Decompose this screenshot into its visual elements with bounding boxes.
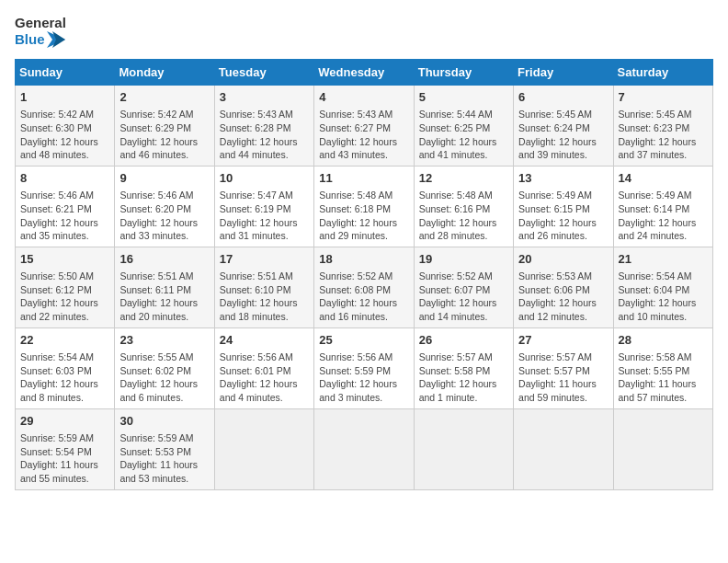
day-number: 29 (20, 413, 109, 430)
day-detail: Sunrise: 5:48 AM Sunset: 6:16 PM Dayligh… (419, 189, 508, 243)
weekday-header-wednesday: Wednesday (314, 60, 414, 86)
day-detail: Sunrise: 5:56 AM Sunset: 6:01 PM Dayligh… (220, 350, 309, 405)
calendar-row: 29Sunrise: 5:59 AM Sunset: 5:54 PM Dayli… (16, 408, 713, 489)
day-detail: Sunrise: 5:45 AM Sunset: 6:24 PM Dayligh… (518, 108, 608, 162)
calendar-cell: 9Sunrise: 5:46 AM Sunset: 6:20 PM Daylig… (115, 166, 214, 247)
calendar-row: 22Sunrise: 5:54 AM Sunset: 6:03 PM Dayli… (16, 327, 713, 408)
day-detail: Sunrise: 5:42 AM Sunset: 6:29 PM Dayligh… (119, 108, 209, 162)
day-number: 3 (220, 89, 309, 106)
day-detail: Sunrise: 5:49 AM Sunset: 6:15 PM Dayligh… (518, 189, 608, 243)
day-detail: Sunrise: 5:45 AM Sunset: 6:23 PM Dayligh… (619, 108, 708, 162)
day-number: 23 (119, 332, 209, 349)
logo: General Blue (15, 15, 66, 48)
calendar-cell: 13Sunrise: 5:49 AM Sunset: 6:15 PM Dayli… (514, 166, 613, 247)
day-number: 9 (119, 170, 209, 187)
day-number: 21 (619, 251, 708, 268)
calendar-cell (613, 408, 712, 489)
day-number: 18 (319, 251, 408, 268)
day-detail: Sunrise: 5:49 AM Sunset: 6:14 PM Dayligh… (619, 189, 708, 243)
day-number: 6 (518, 89, 608, 106)
day-detail: Sunrise: 5:56 AM Sunset: 5:59 PM Dayligh… (319, 350, 408, 405)
day-number: 16 (119, 251, 209, 268)
calendar-cell (214, 408, 313, 489)
calendar-table: SundayMondayTuesdayWednesdayThursdayFrid… (15, 59, 713, 490)
day-number: 28 (619, 332, 708, 349)
day-number: 12 (419, 170, 508, 187)
day-detail: Sunrise: 5:50 AM Sunset: 6:12 PM Dayligh… (20, 270, 109, 324)
day-detail: Sunrise: 5:57 AM Sunset: 5:58 PM Dayligh… (419, 350, 508, 405)
calendar-cell: 2Sunrise: 5:42 AM Sunset: 6:29 PM Daylig… (115, 86, 214, 167)
day-number: 7 (619, 89, 708, 106)
day-number: 17 (220, 251, 309, 268)
calendar-cell: 30Sunrise: 5:59 AM Sunset: 5:53 PM Dayli… (115, 408, 214, 489)
calendar-cell: 24Sunrise: 5:56 AM Sunset: 6:01 PM Dayli… (214, 327, 313, 408)
calendar-cell: 26Sunrise: 5:57 AM Sunset: 5:58 PM Dayli… (414, 327, 513, 408)
day-number: 10 (220, 170, 309, 187)
calendar-cell: 22Sunrise: 5:54 AM Sunset: 6:03 PM Dayli… (16, 327, 115, 408)
day-number: 26 (419, 332, 508, 349)
logo-text: General Blue (15, 15, 66, 48)
calendar-cell: 23Sunrise: 5:55 AM Sunset: 6:02 PM Dayli… (115, 327, 214, 408)
day-number: 14 (619, 170, 708, 187)
calendar-cell: 12Sunrise: 5:48 AM Sunset: 6:16 PM Dayli… (414, 166, 513, 247)
day-detail: Sunrise: 5:57 AM Sunset: 5:57 PM Dayligh… (518, 350, 608, 405)
day-detail: Sunrise: 5:53 AM Sunset: 6:06 PM Dayligh… (518, 270, 608, 324)
weekday-header-sunday: Sunday (16, 60, 115, 86)
calendar-cell: 18Sunrise: 5:52 AM Sunset: 6:08 PM Dayli… (314, 247, 414, 327)
calendar-cell: 11Sunrise: 5:48 AM Sunset: 6:18 PM Dayli… (314, 166, 414, 247)
weekday-header-saturday: Saturday (613, 60, 712, 86)
calendar-cell: 5Sunrise: 5:44 AM Sunset: 6:25 PM Daylig… (414, 86, 513, 167)
day-detail: Sunrise: 5:42 AM Sunset: 6:30 PM Dayligh… (20, 108, 109, 162)
day-number: 4 (319, 89, 408, 106)
calendar-cell: 14Sunrise: 5:49 AM Sunset: 6:14 PM Dayli… (613, 166, 712, 247)
weekday-header-friday: Friday (514, 60, 613, 86)
day-detail: Sunrise: 5:47 AM Sunset: 6:19 PM Dayligh… (220, 189, 309, 243)
day-number: 19 (419, 251, 508, 268)
logo-blue: Blue (15, 31, 66, 48)
day-detail: Sunrise: 5:52 AM Sunset: 6:08 PM Dayligh… (319, 270, 408, 324)
day-number: 8 (20, 170, 109, 187)
calendar-cell: 4Sunrise: 5:43 AM Sunset: 6:27 PM Daylig… (314, 86, 414, 167)
calendar-cell: 17Sunrise: 5:51 AM Sunset: 6:10 PM Dayli… (214, 247, 313, 327)
day-number: 11 (319, 170, 408, 187)
day-number: 2 (119, 89, 209, 106)
weekday-header-thursday: Thursday (414, 60, 513, 86)
day-number: 15 (20, 251, 109, 268)
day-detail: Sunrise: 5:51 AM Sunset: 6:11 PM Dayligh… (119, 270, 209, 324)
calendar-cell: 1Sunrise: 5:42 AM Sunset: 6:30 PM Daylig… (16, 86, 115, 167)
day-detail: Sunrise: 5:44 AM Sunset: 6:25 PM Dayligh… (419, 108, 508, 162)
calendar-cell: 8Sunrise: 5:46 AM Sunset: 6:21 PM Daylig… (16, 166, 115, 247)
day-detail: Sunrise: 5:52 AM Sunset: 6:07 PM Dayligh… (419, 270, 508, 324)
day-number: 30 (119, 413, 209, 430)
calendar-cell (514, 408, 613, 489)
calendar-cell: 28Sunrise: 5:58 AM Sunset: 5:55 PM Dayli… (613, 327, 712, 408)
day-number: 25 (319, 332, 408, 349)
day-detail: Sunrise: 5:48 AM Sunset: 6:18 PM Dayligh… (319, 189, 408, 243)
day-number: 24 (220, 332, 309, 349)
weekday-header-tuesday: Tuesday (214, 60, 313, 86)
calendar-row: 15Sunrise: 5:50 AM Sunset: 6:12 PM Dayli… (16, 247, 713, 327)
calendar-row: 1Sunrise: 5:42 AM Sunset: 6:30 PM Daylig… (16, 86, 713, 167)
day-detail: Sunrise: 5:43 AM Sunset: 6:27 PM Dayligh… (319, 108, 408, 162)
day-detail: Sunrise: 5:59 AM Sunset: 5:54 PM Dayligh… (20, 431, 109, 486)
weekday-header-row: SundayMondayTuesdayWednesdayThursdayFrid… (16, 60, 713, 86)
calendar-cell: 21Sunrise: 5:54 AM Sunset: 6:04 PM Dayli… (613, 247, 712, 327)
calendar-cell: 16Sunrise: 5:51 AM Sunset: 6:11 PM Dayli… (115, 247, 214, 327)
day-number: 1 (20, 89, 109, 106)
day-detail: Sunrise: 5:46 AM Sunset: 6:20 PM Dayligh… (119, 189, 209, 243)
calendar-cell (414, 408, 513, 489)
calendar-cell: 3Sunrise: 5:43 AM Sunset: 6:28 PM Daylig… (214, 86, 313, 167)
day-detail: Sunrise: 5:46 AM Sunset: 6:21 PM Dayligh… (20, 189, 109, 243)
logo-arrow-icon (47, 31, 65, 48)
calendar-cell: 15Sunrise: 5:50 AM Sunset: 6:12 PM Dayli… (16, 247, 115, 327)
day-number: 22 (20, 332, 109, 349)
calendar-cell: 29Sunrise: 5:59 AM Sunset: 5:54 PM Dayli… (16, 408, 115, 489)
calendar-cell: 27Sunrise: 5:57 AM Sunset: 5:57 PM Dayli… (514, 327, 613, 408)
day-number: 5 (419, 89, 508, 106)
calendar-row: 8Sunrise: 5:46 AM Sunset: 6:21 PM Daylig… (16, 166, 713, 247)
day-detail: Sunrise: 5:58 AM Sunset: 5:55 PM Dayligh… (619, 350, 708, 405)
day-number: 13 (518, 170, 608, 187)
day-number: 20 (518, 251, 608, 268)
day-detail: Sunrise: 5:43 AM Sunset: 6:28 PM Dayligh… (220, 108, 309, 162)
calendar-cell: 20Sunrise: 5:53 AM Sunset: 6:06 PM Dayli… (514, 247, 613, 327)
